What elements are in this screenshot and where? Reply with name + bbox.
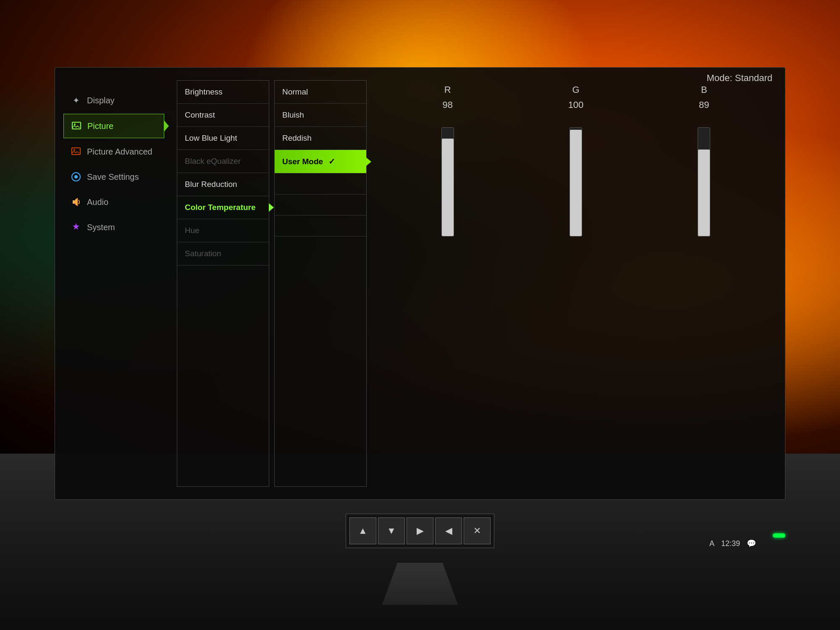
b-value: 89 xyxy=(691,100,717,110)
menu-item-black-equalizer: Black eQualizer xyxy=(177,150,269,173)
sidebar-item-picture[interactable]: Picture xyxy=(63,114,164,138)
picture-advanced-icon xyxy=(70,146,82,158)
g-label: G xyxy=(563,84,588,95)
taskbar-area: A 12:39 💬 xyxy=(709,539,756,548)
r-label: R xyxy=(435,84,460,95)
svg-point-3 xyxy=(74,149,75,151)
sidebar-label-picture-advanced: Picture Advanced xyxy=(87,147,152,157)
b-slider-track[interactable] xyxy=(698,127,710,236)
sidebar-item-display[interactable]: ✦ Display xyxy=(63,89,164,112)
rgb-column: R G B 98 100 89 xyxy=(375,80,777,487)
option-empty-3 xyxy=(275,215,366,236)
system-icon xyxy=(70,221,82,233)
option-bluish[interactable]: Bluish xyxy=(275,104,366,127)
sidebar-label-save-settings: Save Settings xyxy=(87,172,139,182)
notification-icon: 💬 xyxy=(747,539,756,548)
nav-bar: ▲ ▼ ▶ ◀ ✕ xyxy=(346,514,494,548)
osd-panel: Mode: Standard ✦ Display Picture xyxy=(55,67,785,500)
led-power-indicator xyxy=(773,533,785,538)
r-value: 98 xyxy=(435,100,460,110)
svg-rect-6 xyxy=(73,200,75,204)
svg-rect-2 xyxy=(72,148,80,155)
nav-down-button[interactable]: ▼ xyxy=(378,517,405,544)
option-empty-2 xyxy=(275,194,366,215)
option-user-mode[interactable]: User Mode ✓ xyxy=(275,150,366,173)
g-slider-fill xyxy=(570,130,582,236)
options-column: Normal Bluish Reddish User Mode ✓ xyxy=(274,80,367,487)
sidebar-label-system: System xyxy=(87,223,115,232)
nav-left-button[interactable]: ◀ xyxy=(435,517,462,544)
r-slider-track[interactable] xyxy=(441,127,454,236)
svg-rect-0 xyxy=(72,122,81,129)
audio-icon xyxy=(70,196,82,208)
sidebar: ✦ Display Picture xyxy=(63,80,164,487)
nav-right-button[interactable]: ▶ xyxy=(407,517,433,544)
time-display: 12:39 xyxy=(721,539,740,548)
g-value: 100 xyxy=(563,100,588,110)
menu-item-low-blue-light[interactable]: Low Blue Light xyxy=(177,127,269,150)
r-slider-fill xyxy=(442,139,454,236)
menu-column: Brightness Contrast Low Blue Light Black… xyxy=(177,80,269,487)
option-normal[interactable]: Normal xyxy=(275,81,366,104)
rgb-values: 98 100 89 xyxy=(383,100,768,110)
b-slider-fill xyxy=(698,150,710,236)
sidebar-item-save-settings[interactable]: Save Settings xyxy=(63,165,164,189)
svg-point-5 xyxy=(74,175,78,178)
sidebar-item-system[interactable]: System xyxy=(63,215,164,239)
sidebar-item-picture-advanced[interactable]: Picture Advanced xyxy=(63,140,164,163)
menu-item-color-temperature[interactable]: Color Temperature xyxy=(177,196,269,219)
display-icon: ✦ xyxy=(70,94,82,106)
menu-item-contrast[interactable]: Contrast xyxy=(177,104,269,127)
sliders-area xyxy=(383,119,768,236)
picture-icon xyxy=(71,120,82,132)
save-settings-icon xyxy=(70,171,82,183)
sidebar-label-picture: Picture xyxy=(87,121,113,131)
option-empty-1 xyxy=(275,173,366,194)
taskbar-label: A xyxy=(709,539,714,548)
nav-up-button[interactable]: ▲ xyxy=(349,517,376,544)
option-reddish[interactable]: Reddish xyxy=(275,127,366,150)
svg-point-1 xyxy=(74,123,76,125)
sidebar-label-display: Display xyxy=(87,96,115,105)
sidebar-label-audio: Audio xyxy=(87,197,108,207)
checkmark-icon: ✓ xyxy=(328,157,335,166)
nav-close-button[interactable]: ✕ xyxy=(464,517,491,544)
menu-item-saturation: Saturation xyxy=(177,242,269,265)
osd-body: ✦ Display Picture xyxy=(55,68,785,499)
menu-item-blur-reduction[interactable]: Blur Reduction xyxy=(177,173,269,196)
menu-item-hue: Hue xyxy=(177,219,269,242)
g-slider-track[interactable] xyxy=(570,127,582,236)
mode-label: Mode: Standard xyxy=(694,68,785,89)
menu-item-brightness[interactable]: Brightness xyxy=(177,81,269,104)
sidebar-item-audio[interactable]: Audio xyxy=(63,190,164,214)
